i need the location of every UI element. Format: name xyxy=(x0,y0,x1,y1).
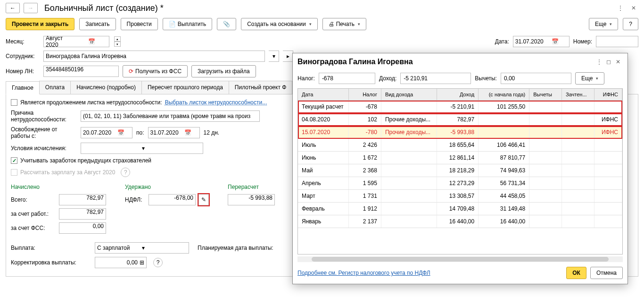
tax-label: Налог: xyxy=(297,75,315,82)
paperclip-icon: 📎 xyxy=(223,21,230,27)
popup-title: Виноградова Галина Игоревна xyxy=(297,58,594,66)
pay-button[interactable]: 📄Выплатить xyxy=(163,18,213,30)
income-value: -5 210,91 xyxy=(400,73,471,84)
spin-up[interactable]: ▴ xyxy=(114,36,121,42)
post-close-button[interactable]: Провести и закрыть xyxy=(6,18,74,30)
document-icon: 📄 xyxy=(169,21,176,27)
nav-back[interactable]: ← xyxy=(6,3,20,13)
calendar-icon[interactable]: 📅 xyxy=(544,38,567,45)
table-row[interactable]: 15.07.2020-780Прочие доходы...-5 993,88И… xyxy=(298,126,622,139)
month-input[interactable]: Август 2020📅 xyxy=(43,36,109,47)
prev-insurers-checkbox[interactable] xyxy=(11,157,17,164)
table-header: Дата Налог Вид дохода Доход (с начала го… xyxy=(298,89,622,101)
number-label: Номер: xyxy=(573,38,592,45)
conditions-select[interactable]: ▾ xyxy=(81,143,203,154)
to-label: по: xyxy=(136,129,144,136)
help-icon[interactable]: ? xyxy=(121,168,130,177)
ndfl-detail-popup: Виноградова Галина Игоревна ⋮ ◻ ✕ Налог:… xyxy=(292,53,628,284)
tab-payment[interactable]: Оплата xyxy=(39,81,71,94)
ndfl-value[interactable]: -678,00 xyxy=(149,194,196,205)
nav-forward[interactable]: → xyxy=(24,3,38,13)
table-row[interactable]: Апрель1 59512 273,2956 731,34 xyxy=(298,177,622,190)
post-button[interactable]: Провести xyxy=(121,18,158,30)
employee-dropdown[interactable]: ▾ xyxy=(269,51,279,62)
tab-accrued[interactable]: Начислено (подробно) xyxy=(70,81,142,94)
correction-label: Корректировка выплаты: xyxy=(11,259,91,266)
date-to-input[interactable]: 31.07.2020📅 xyxy=(148,127,200,138)
spin-down[interactable]: ▾ xyxy=(114,42,121,47)
reason-select[interactable]: (01, 02, 10, 11) Заболевание или травма … xyxy=(81,110,260,122)
registry-link[interactable]: Подробнее см. Регистр налогового учета п… xyxy=(297,270,430,276)
table-row[interactable]: Январь2 13716 440,0016 440,00 xyxy=(298,215,622,228)
tab-recalc[interactable]: Пересчет прошлого периода xyxy=(141,81,229,94)
recalc-salary-checkbox xyxy=(11,169,17,176)
load-file-button[interactable]: Загрузить из файла xyxy=(191,65,256,77)
print-button[interactable]: 🖨Печать▾ xyxy=(322,18,366,30)
create-on-button[interactable]: Создать на основании▾ xyxy=(241,18,318,30)
date-input[interactable]: 31.07.2020📅 xyxy=(513,36,570,47)
ok-button[interactable]: ОК xyxy=(566,267,586,279)
continuation-checkbox[interactable] xyxy=(11,99,17,106)
popup-kebab-icon[interactable]: ⋮ xyxy=(594,57,604,67)
ndfl-edit-button[interactable]: ✎ xyxy=(198,194,209,205)
chevron-down-icon: ▾ xyxy=(358,22,360,26)
table-row[interactable]: Март1 73113 308,5744 458,05 xyxy=(298,190,622,203)
refresh-icon: ⟳ xyxy=(129,68,133,75)
calendar-icon[interactable]: 📅 xyxy=(111,129,130,136)
deductions-value: 0,00 xyxy=(501,73,571,84)
popup-more-button[interactable]: Еще▾ xyxy=(575,72,604,85)
help-icon[interactable]: ? xyxy=(153,258,163,267)
emp-part-value[interactable]: 782,97 xyxy=(59,208,106,220)
ndfl-label: НДФЛ: xyxy=(125,196,146,203)
more-button[interactable]: Еще▾ xyxy=(589,18,618,30)
table-row[interactable]: Июль2 42618 655,64106 466,41 xyxy=(298,139,622,152)
recalc-header: Перерасчет xyxy=(228,184,275,190)
printer-icon: 🖨 xyxy=(329,21,334,27)
pencil-icon: ✎ xyxy=(201,196,206,203)
tab-main[interactable]: Главное xyxy=(6,81,40,94)
calendar-icon[interactable]: 📅 xyxy=(76,38,107,45)
attach-button[interactable]: 📎 xyxy=(217,18,236,30)
get-fss-button[interactable]: ⟳Получить из ФСС xyxy=(123,65,188,77)
conditions-label: Условия исчисления: xyxy=(11,145,77,152)
number-input[interactable] xyxy=(596,36,638,47)
prev-insurers-label: Учитывать заработок предыдущих страховат… xyxy=(20,157,151,164)
table-row[interactable]: 04.08.2020102Прочие доходы...782,97ИФНС xyxy=(298,113,622,126)
total-value[interactable]: 782,97 xyxy=(59,194,106,205)
release-label: Освобождение от работы с: xyxy=(11,126,77,139)
employee-open[interactable]: ▸ xyxy=(283,51,293,62)
employee-label: Сотрудник: xyxy=(6,53,40,59)
fss-part-value[interactable]: 0,00 xyxy=(59,222,106,234)
cancel-button[interactable]: Отмена xyxy=(590,267,623,279)
calculator-icon[interactable]: ⊞ xyxy=(140,259,144,266)
date-from-input[interactable]: 20.07.2020📅 xyxy=(81,127,132,138)
table-body[interactable]: Текущий расчет-678-5 210,91101 255,5004.… xyxy=(298,101,622,254)
tab-pilot[interactable]: Пилотный проект Ф xyxy=(229,81,293,94)
days-text: 12 дн. xyxy=(204,129,220,136)
ln-input[interactable]: 354484850196 xyxy=(43,66,119,77)
save-button[interactable]: Записать xyxy=(79,18,116,30)
table-row[interactable]: Текущий расчет-678-5 210,91101 255,50 xyxy=(298,101,622,113)
select-sheet-link[interactable]: Выбрать листок нетрудоспособности... xyxy=(165,99,267,106)
table-row[interactable]: Февраль1 91214 709,4831 149,48 xyxy=(298,203,622,215)
horizontal-scrollbar[interactable] xyxy=(297,256,623,262)
total-label: Всего: xyxy=(11,196,56,203)
table-row[interactable]: Июнь1 67212 861,1487 810,77 xyxy=(298,152,622,164)
recalc-value[interactable]: -5 993,88 xyxy=(228,194,275,205)
page-title: Больничный лист (создание) * xyxy=(44,3,164,13)
calendar-icon[interactable]: 📅 xyxy=(179,129,198,136)
kebab-icon[interactable]: ⋮ xyxy=(616,3,625,13)
popup-maximize-icon[interactable]: ◻ xyxy=(604,57,613,67)
correction-value[interactable]: 0,00⊞ xyxy=(95,257,147,268)
chevron-down-icon: ▾ xyxy=(309,22,312,26)
popup-close-icon[interactable]: ✕ xyxy=(613,57,623,67)
fss-part-label: за счет ФСС: xyxy=(11,225,56,231)
employee-input[interactable]: Виноградова Галина Игоревна xyxy=(43,51,265,62)
tax-value: -678 xyxy=(319,73,375,84)
table-row[interactable]: Май2 36818 218,2974 949,63 xyxy=(298,164,622,177)
close-icon[interactable]: ✕ xyxy=(629,3,638,13)
payment-select[interactable]: С зарплатой▾ xyxy=(95,242,189,254)
continuation-label: Является продолжением листка нетрудоспос… xyxy=(20,99,162,106)
help-button[interactable]: ? xyxy=(623,18,638,30)
ln-label: Номер ЛН: xyxy=(6,68,40,75)
